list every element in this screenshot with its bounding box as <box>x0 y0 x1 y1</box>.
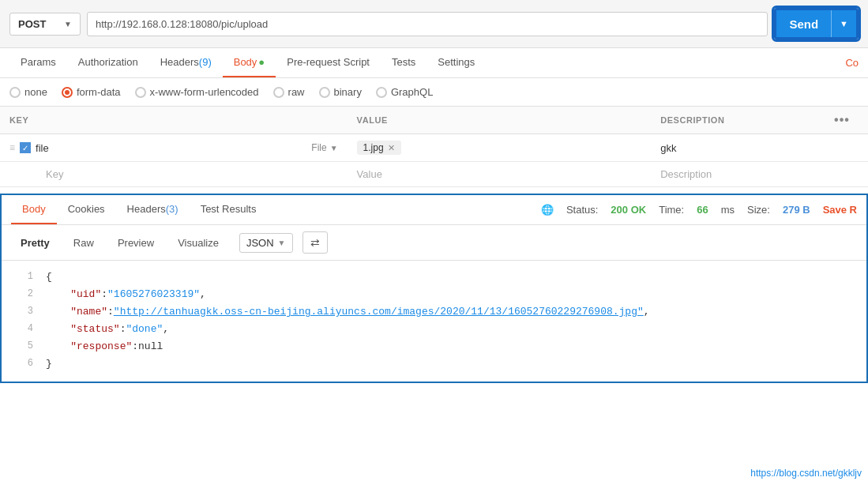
row-key-value[interactable]: file <box>36 142 49 154</box>
row-checkbox[interactable]: ✓ <box>20 142 31 153</box>
empty-key-placeholder[interactable]: Key <box>46 168 63 180</box>
method-label: POST <box>18 18 46 30</box>
row-description[interactable]: gkk <box>651 134 825 162</box>
fmt-tab-raw[interactable]: Raw <box>64 233 103 253</box>
tab-params[interactable]: Params <box>9 48 67 77</box>
send-dropdown-icon[interactable]: ▼ <box>831 10 856 37</box>
more-options-icon[interactable]: ••• <box>834 113 850 126</box>
radio-binary-circle <box>319 87 330 98</box>
resp-tab-cookies[interactable]: Cookies <box>57 195 116 224</box>
status-value: 200 OK <box>611 204 646 216</box>
radio-binary[interactable]: binary <box>319 86 362 98</box>
col-header-value: VALUE <box>348 107 652 134</box>
format-select[interactable]: JSON ▼ <box>239 233 293 253</box>
file-tag-arrow-icon: ▼ <box>330 144 338 152</box>
method-arrow-icon: ▼ <box>64 20 72 28</box>
send-button[interactable]: Send ▼ <box>774 8 859 39</box>
params-table: KEY VALUE DESCRIPTION ••• ≡ ✓ file File … <box>0 107 868 187</box>
col-header-key: KEY <box>0 107 348 134</box>
size-value: 279 B <box>783 204 810 216</box>
request-tabs: Params Authorization Headers(9) Body● Pr… <box>0 48 868 78</box>
json-line-4: 4 "status": "done", <box>11 321 857 338</box>
empty-desc-placeholder[interactable]: Description <box>651 162 825 187</box>
table-row-empty: Key Value Description <box>0 162 868 187</box>
radio-raw-circle <box>273 87 284 98</box>
resp-tab-body[interactable]: Body <box>11 195 57 224</box>
radio-raw[interactable]: raw <box>273 86 305 98</box>
json-content: 1 { 2 "uid": "1605276023319", 3 "name": … <box>2 261 866 382</box>
method-select[interactable]: POST ▼ <box>9 13 81 36</box>
response-section: Body Cookies Headers(3) Test Results 🌐 S… <box>0 194 868 383</box>
tab-body[interactable]: Body● <box>223 48 276 77</box>
time-unit: ms <box>721 204 735 216</box>
radio-formdata-circle <box>62 87 73 98</box>
url-bar: POST ▼ Send ▼ <box>0 0 868 48</box>
radio-urlencoded[interactable]: x-www-form-urlencoded <box>135 86 259 98</box>
format-select-label: JSON <box>246 237 274 249</box>
time-value: 66 <box>697 204 708 216</box>
format-bar: Pretty Raw Preview Visualize JSON ▼ ⇄ <box>2 225 866 261</box>
tab-headers[interactable]: Headers(9) <box>149 48 223 77</box>
tab-tests[interactable]: Tests <box>381 48 426 77</box>
radio-graphql-circle <box>376 87 387 98</box>
drag-icon: ≡ <box>9 142 15 153</box>
radio-none-circle <box>9 87 21 98</box>
resp-tab-test-results[interactable]: Test Results <box>190 195 268 224</box>
size-label: Size: <box>747 204 770 216</box>
file-tag[interactable]: File ▼ <box>311 142 337 153</box>
wrap-button[interactable]: ⇄ <box>302 231 328 254</box>
response-tabs: Body Cookies Headers(3) Test Results 🌐 S… <box>2 195 866 225</box>
empty-value-placeholder[interactable]: Value <box>348 162 652 187</box>
col-header-desc: DESCRIPTION <box>651 107 825 134</box>
format-select-arrow-icon: ▼ <box>278 239 286 247</box>
tab-settings[interactable]: Settings <box>426 48 486 77</box>
url-input[interactable] <box>87 12 768 36</box>
radio-none[interactable]: none <box>9 86 47 98</box>
value-chip-close-icon[interactable]: ✕ <box>388 143 395 153</box>
tab-authorization[interactable]: Authorization <box>67 48 149 77</box>
radio-formdata[interactable]: form-data <box>62 86 121 98</box>
radio-urlencoded-circle <box>135 87 146 98</box>
fmt-tab-visualize[interactable]: Visualize <box>168 233 228 253</box>
send-label: Send <box>776 17 831 31</box>
body-options: none form-data x-www-form-urlencoded raw… <box>0 78 868 107</box>
tab-prerequest[interactable]: Pre-request Script <box>276 48 381 77</box>
col-header-more: ••• <box>825 107 868 134</box>
table-row: ≡ ✓ file File ▼ 1.jpg ✕ gkk <box>0 134 868 162</box>
status-label: Status: <box>566 204 598 216</box>
json-line-3: 3 "name": "http://tanhuagkk.oss-cn-beiji… <box>11 303 857 321</box>
json-line-5: 5 "response": null <box>11 338 857 355</box>
fmt-tab-preview[interactable]: Preview <box>108 233 163 253</box>
globe-icon: 🌐 <box>541 204 554 216</box>
radio-graphql[interactable]: GraphQL <box>376 86 433 98</box>
json-line-2: 2 "uid": "1605276023319", <box>11 286 857 303</box>
save-response-button[interactable]: Save R <box>823 204 857 216</box>
json-line-1: 1 { <box>11 269 857 286</box>
value-chip-text: 1.jpg <box>363 142 384 153</box>
json-line-6: 6 } <box>11 355 857 373</box>
resp-tab-headers[interactable]: Headers(3) <box>116 195 190 224</box>
response-status-area: 🌐 Status: 200 OK Time: 66 ms Size: 279 B… <box>541 204 857 216</box>
value-chip: 1.jpg ✕ <box>357 141 401 155</box>
fmt-tab-pretty[interactable]: Pretty <box>11 233 59 253</box>
time-label: Time: <box>659 204 684 216</box>
tabs-right-label: Co <box>845 57 859 69</box>
